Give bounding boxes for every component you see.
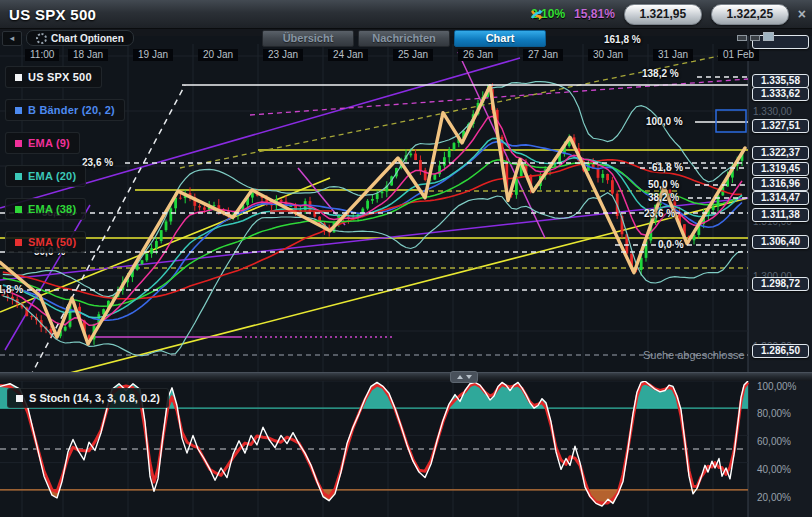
fib-level-label: 23,6 % — [644, 208, 675, 219]
legend-item[interactable]: US SPX 500 — [5, 66, 102, 88]
window-layout-icons[interactable] — [737, 32, 774, 41]
legend-label: US SPX 500 — [28, 71, 92, 83]
header-bar: US SPX 500 2,10% 15,81% 1.321,95 1.322,2… — [0, 0, 812, 29]
stoch-axis-label: 20,00% — [757, 492, 791, 504]
stoch-axis-label: 60,00% — [757, 436, 791, 448]
price-level-callout: 1.335,58 — [752, 74, 809, 88]
legend-label: B Bänder (20, 2) — [28, 104, 115, 116]
grip-down-icon — [466, 375, 472, 379]
price-level-callout: 1.333,62 — [752, 87, 809, 101]
legend-label: EMA (20) — [28, 170, 76, 182]
sell-price: 1.321,95 — [639, 7, 686, 21]
status-search-text: Suche abgeschlosse — [643, 349, 745, 361]
chart-options-button[interactable]: Chart Optionen — [26, 30, 134, 46]
price-level-callout: 1.327,51 — [752, 119, 809, 133]
fib-level-label: 161,8 % — [604, 34, 641, 45]
instrument-title: US SPX 500 — [0, 6, 96, 23]
legend-label: SMA (50) — [28, 236, 76, 248]
time-axis-label: 20 Jan — [198, 49, 238, 61]
price-level-callout: 1.314,47 — [752, 191, 809, 205]
price-level-callout: 1.298,72 — [752, 277, 809, 291]
layout-medium-icon[interactable] — [750, 35, 760, 41]
legend-item[interactable]: B Bänder (20, 2) — [5, 99, 125, 121]
legend-item[interactable]: SMA (50) — [5, 231, 86, 253]
gear-icon — [36, 33, 47, 44]
time-axis-label: 24 Jan — [328, 49, 368, 61]
buy-price: 1.322,25 — [726, 7, 773, 21]
time-axis-label: 18 Jan — [68, 49, 108, 61]
legend-label: EMA (38) — [28, 203, 76, 215]
time-axis-label: 23 Jan — [263, 49, 303, 61]
price-level-callout: 1.316,96 — [752, 177, 809, 191]
price-level-callout: 1.322,37 — [752, 146, 809, 160]
legend-swatch — [15, 173, 22, 180]
legend-label: EMA (9) — [28, 137, 70, 149]
trading-chart-window: US SPX 500 2,10% 15,81% 1.321,95 1.322,2… — [0, 0, 812, 517]
legend-item[interactable]: EMA (9) — [5, 132, 80, 154]
time-axis-label: 31 Jan — [653, 49, 693, 61]
stochastic-legend: S Stoch (14, 3, 3, 0.8, 0.2) — [7, 388, 169, 408]
stoch-axis-label: 80,00% — [757, 408, 791, 420]
legend-swatch — [15, 206, 22, 213]
fib-level-label: 100,0 % — [646, 116, 683, 127]
time-axis-label: 11:00 — [25, 49, 59, 61]
price-level-callout: 1.306,40 — [752, 235, 809, 249]
time-axis-label: 25 Jan — [393, 49, 433, 61]
legend-swatch — [16, 395, 23, 402]
fib-level-label: 23,6 % — [82, 157, 113, 168]
tab-nachrichten[interactable]: Nachrichten — [358, 30, 450, 47]
layout-maximize-icon[interactable] — [763, 32, 774, 41]
time-axis-label: 30 Jan — [588, 49, 628, 61]
price-level-callout: 1.311,38 — [752, 208, 809, 222]
buy-arrow-up-icon — [531, 9, 544, 20]
price-level-callout: 1.286,50 — [752, 344, 809, 358]
main-price-chart[interactable] — [0, 36, 812, 376]
fib-level-label: 138,2 % — [642, 68, 679, 79]
sell-price-button[interactable]: 1.321,95 — [624, 4, 702, 25]
price-axis-gridline-label: 1.330,00 — [753, 106, 792, 117]
legend-swatch — [15, 239, 22, 246]
legend-swatch — [15, 74, 22, 81]
collapse-panel-icon[interactable]: ◂ — [2, 31, 22, 46]
time-axis-label: 27 Jan — [523, 49, 563, 61]
fib-level-label: 50,0 % — [648, 179, 679, 190]
panel-divider[interactable] — [0, 372, 812, 381]
change-percent-period: 15,81% — [574, 7, 615, 21]
fib-level-label: 0,0 % — [658, 239, 684, 250]
legend-swatch — [15, 140, 22, 147]
legend-swatch — [15, 107, 22, 114]
price-level-callout: 1.319,45 — [752, 162, 809, 176]
time-axis-label: 19 Jan — [133, 49, 173, 61]
grip-up-icon — [457, 375, 463, 379]
legend-item[interactable]: EMA (38) — [5, 198, 86, 220]
time-axis-label: 01 Feb — [718, 49, 759, 61]
close-icon[interactable]: × — [798, 7, 806, 21]
tab-chart[interactable]: Chart — [454, 30, 546, 47]
legend-item[interactable]: EMA (20) — [5, 165, 86, 187]
buy-price-button[interactable]: 1.322,25 — [711, 4, 789, 25]
fib-level-label: 61,8 % — [652, 162, 683, 173]
tab-übersicht[interactable]: Übersicht — [262, 30, 354, 47]
time-axis-label: 26 Jan — [458, 49, 498, 61]
stoch-axis-label: 100,00% — [757, 381, 796, 393]
stoch-axis-label: 40,00% — [757, 464, 791, 476]
fib-level-label: 61,8 % — [0, 284, 23, 295]
panel-resize-grip[interactable] — [450, 371, 478, 383]
fib-level-label: 38,2 % — [648, 192, 679, 203]
layout-small-icon[interactable] — [737, 35, 747, 41]
